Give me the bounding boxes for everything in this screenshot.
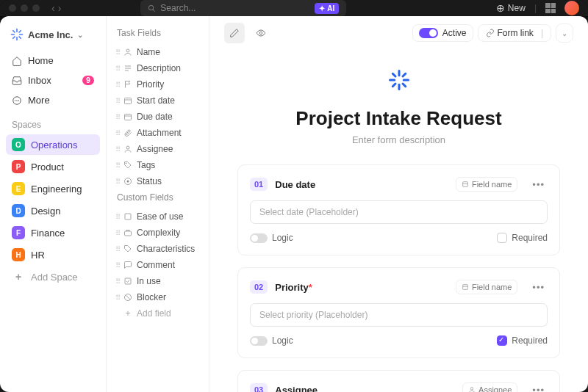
svg-point-25: [127, 181, 129, 183]
task-field-description[interactable]: ⠿Description: [111, 60, 204, 76]
apps-icon[interactable]: [545, 3, 556, 13]
logic-toggle[interactable]: [250, 336, 268, 346]
svg-point-0: [149, 5, 154, 10]
nav-inbox[interactable]: Inbox9: [6, 71, 100, 90]
field-type-chip[interactable]: Field name: [456, 177, 517, 192]
nav-forward[interactable]: ›: [58, 2, 62, 14]
task-field-assignee[interactable]: ⠿Assignee: [111, 141, 204, 157]
form-link-button[interactable]: Form link|: [478, 24, 551, 42]
drag-icon: ⠿: [115, 97, 119, 105]
workspace-logo-icon: [10, 28, 24, 41]
edit-mode-button[interactable]: [224, 23, 245, 43]
task-field-tags[interactable]: ⠿Tags: [111, 157, 204, 173]
required-checkbox[interactable]: [497, 335, 507, 346]
nav-home[interactable]: Home: [6, 51, 100, 70]
drag-icon: ⠿: [115, 161, 119, 170]
drag-icon: ⠿: [115, 294, 119, 302]
custom-field-comment[interactable]: ⠿Comment: [111, 257, 204, 273]
field-more-button[interactable]: •••: [529, 282, 548, 293]
form-logo-icon: [388, 69, 410, 91]
svg-point-13: [18, 100, 19, 101]
field-type-chip[interactable]: Assignee: [462, 382, 517, 392]
form-field-card[interactable]: 03AssigneeAssignee•••: [237, 370, 560, 392]
drag-icon: ⠿: [115, 261, 119, 269]
svg-point-12: [17, 100, 18, 101]
svg-rect-20: [125, 115, 132, 120]
required-checkbox[interactable]: [497, 233, 507, 243]
field-type-chip[interactable]: Field name: [456, 280, 517, 294]
space-item-engineering[interactable]: EEngineering: [6, 178, 100, 199]
svg-point-14: [126, 49, 129, 52]
logic-toggle[interactable]: [250, 233, 268, 243]
task-field-name[interactable]: ⠿Name: [111, 44, 204, 60]
custom-field-complexity[interactable]: ⠿Complexity: [111, 225, 204, 241]
avatar[interactable]: [564, 1, 579, 15]
drag-icon: ⠿: [115, 213, 119, 221]
custom-field-characteristics[interactable]: ⠿Characteristics: [111, 241, 204, 257]
field-number: 02: [250, 280, 268, 294]
fields-sidebar: Task Fields ⠿Name⠿Description⠿Priority⠿S…: [107, 16, 209, 392]
task-fields-label: Task Fields: [111, 25, 204, 44]
task-field-status[interactable]: ⠿Status: [111, 173, 204, 189]
nav-back[interactable]: ‹: [51, 2, 55, 14]
form-description[interactable]: Enter form description: [237, 134, 560, 145]
eye-icon: [256, 28, 266, 38]
svg-line-9: [19, 31, 21, 32]
task-field-start-date[interactable]: ⠿Start date: [111, 92, 204, 109]
form-toolbar: Active Form link| ⌄: [209, 16, 588, 50]
form-field-card[interactable]: 02Priority*Field name•••Select priority …: [237, 267, 560, 358]
svg-line-30: [126, 295, 130, 300]
form-field-card[interactable]: 01Due dateField name•••Select date (Plac…: [237, 164, 560, 255]
nav-more[interactable]: More: [6, 91, 100, 109]
logic-label: Logic: [272, 233, 293, 243]
field-placeholder-input[interactable]: Select date (Placeholder): [250, 200, 548, 224]
field-title: Priority*: [275, 282, 312, 293]
ai-badge[interactable]: ✦ AI: [315, 3, 339, 14]
nav-arrows: ‹ ›: [51, 2, 61, 14]
workspace-name: Acme Inc.: [28, 29, 73, 40]
space-item-operations[interactable]: OOperations: [6, 134, 100, 155]
field-placeholder-input[interactable]: Select priority (Placeholder): [250, 303, 548, 327]
form-title[interactable]: Project Intake Request: [237, 107, 560, 130]
drag-icon: ⠿: [115, 48, 119, 57]
custom-field-in-use[interactable]: ⠿In use: [111, 273, 204, 289]
space-item-finance[interactable]: FFinance: [6, 222, 100, 243]
drag-icon: ⠿: [115, 229, 119, 237]
active-toggle[interactable]: Active: [412, 24, 473, 42]
svg-line-1: [153, 9, 155, 11]
space-item-hr[interactable]: HHR: [6, 244, 100, 265]
field-more-button[interactable]: •••: [529, 179, 548, 190]
space-item-design[interactable]: DDesign: [6, 200, 100, 221]
svg-rect-18: [125, 98, 132, 104]
primary-sidebar: Acme Inc. ⌄ Home Inbox9 More Spaces OOpe…: [0, 16, 107, 392]
svg-line-7: [19, 37, 21, 38]
svg-line-37: [403, 84, 406, 87]
task-field-attachment[interactable]: ⠿Attachment: [111, 125, 204, 141]
workspace-switcher[interactable]: Acme Inc. ⌄: [6, 25, 100, 44]
task-field-due-date[interactable]: ⠿Due date: [111, 109, 204, 125]
form-link-more[interactable]: ⌄: [556, 23, 573, 43]
drag-icon: ⠿: [115, 145, 119, 153]
drag-icon: ⠿: [115, 277, 119, 286]
field-more-button[interactable]: •••: [529, 385, 548, 393]
search-input[interactable]: Search... ✦ AI: [140, 0, 346, 16]
inbox-icon: [12, 76, 22, 86]
space-item-product[interactable]: PProduct: [6, 156, 100, 177]
add-space-button[interactable]: +Add Space: [6, 266, 100, 287]
new-button[interactable]: ⊕New: [496, 2, 526, 14]
drag-icon: ⠿: [115, 65, 119, 73]
svg-point-31: [259, 32, 262, 35]
switch-icon: [419, 28, 438, 38]
custom-field-blocker[interactable]: ⠿Blocker: [111, 289, 204, 305]
add-field-button[interactable]: ⠿+Add field: [111, 305, 204, 322]
preview-mode-button[interactable]: [251, 23, 271, 43]
required-label: Required: [512, 335, 548, 346]
field-title: Assignee: [275, 385, 318, 393]
svg-line-8: [13, 37, 15, 38]
task-field-priority[interactable]: ⠿Priority: [111, 76, 204, 92]
custom-field-ease-of-use[interactable]: ⠿Ease of use: [111, 208, 204, 225]
drag-icon: ⠿: [115, 81, 119, 89]
window-controls: [9, 4, 40, 12]
svg-line-38: [392, 84, 395, 87]
required-label: Required: [512, 233, 548, 243]
